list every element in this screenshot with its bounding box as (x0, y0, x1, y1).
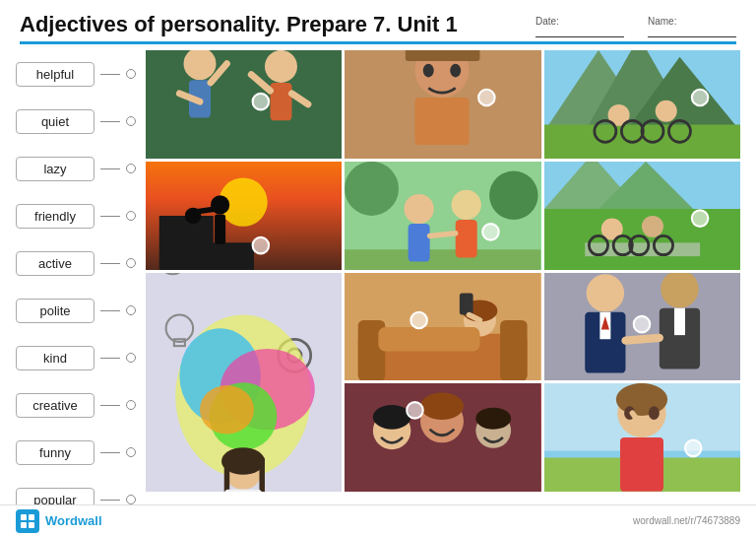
svg-rect-75 (224, 489, 262, 492)
connector-creative (100, 405, 120, 406)
svg-point-53 (642, 216, 663, 237)
svg-rect-85 (460, 293, 473, 314)
word-box-polite[interactable]: polite (16, 299, 94, 323)
svg-rect-6 (270, 83, 291, 120)
svg-rect-112 (620, 437, 663, 492)
wordwall-text: Wordwall (45, 513, 102, 528)
svg-point-5 (265, 50, 297, 83)
word-row-helpful: helpful (16, 52, 136, 96)
connector-kind (100, 358, 120, 359)
dot-lazy[interactable] (126, 164, 136, 173)
svg-point-114 (649, 407, 660, 421)
dot-creative[interactable] (126, 400, 136, 410)
dot-quiet[interactable] (126, 116, 136, 126)
svg-rect-13 (415, 98, 470, 145)
svg-point-39 (489, 170, 537, 219)
footer: Wordwall wordwall.net/r/74673889 (0, 504, 756, 536)
image-cell-4[interactable] (146, 162, 342, 270)
svg-line-45 (430, 233, 456, 235)
svg-point-89 (586, 274, 623, 311)
name-line (648, 28, 736, 37)
wordwall-brand: Wordwall (16, 509, 102, 533)
svg-rect-84 (379, 326, 480, 351)
word-row-funny: funny (16, 431, 136, 474)
svg-rect-33 (215, 214, 225, 243)
svg-point-15 (451, 64, 462, 78)
image-cell-9[interactable] (544, 273, 740, 381)
word-box-active[interactable]: active (16, 251, 94, 276)
svg-rect-95 (674, 307, 685, 334)
date-line (536, 28, 624, 37)
dot-popular[interactable] (126, 495, 136, 504)
word-box-friendly[interactable]: friendly (16, 204, 94, 229)
svg-point-46 (483, 224, 499, 239)
date-field: Date: (536, 16, 624, 37)
svg-point-9 (253, 94, 269, 109)
dot-kind[interactable] (126, 353, 136, 363)
footer-url: wordwall.net/r/74673889 (633, 515, 740, 526)
svg-line-35 (197, 209, 216, 212)
name-label: Name: (648, 16, 736, 27)
logo-sq-1 (21, 514, 27, 520)
image-cell-1[interactable] (146, 50, 342, 159)
dot-active[interactable] (126, 258, 136, 268)
image-cell-3[interactable] (544, 50, 740, 159)
image-cell-8[interactable] (345, 273, 540, 381)
svg-point-41 (405, 194, 434, 224)
logo-sq-2 (29, 514, 34, 520)
svg-point-23 (655, 100, 676, 122)
wordwall-logo-icon (16, 509, 39, 533)
svg-point-105 (476, 408, 512, 430)
svg-point-111 (616, 383, 667, 416)
words-column: helpful quiet lazy friendly active polit… (16, 50, 136, 521)
word-row-polite: polite (16, 289, 136, 332)
dot-polite[interactable] (126, 305, 136, 315)
svg-point-16 (478, 90, 494, 105)
word-row-kind: kind (16, 336, 136, 379)
svg-rect-42 (409, 224, 430, 261)
image-cell-6[interactable] (544, 162, 740, 270)
svg-line-96 (625, 337, 659, 340)
dot-friendly[interactable] (126, 211, 136, 221)
dot-helpful[interactable] (126, 69, 136, 79)
svg-point-14 (423, 64, 434, 78)
word-row-friendly: friendly (16, 194, 136, 237)
svg-point-97 (633, 315, 649, 331)
image-cell-7-large[interactable] (146, 273, 342, 493)
svg-point-70 (200, 384, 254, 433)
svg-point-103 (373, 405, 410, 430)
logo-sq-4 (29, 522, 34, 528)
image-cell-10[interactable] (345, 383, 540, 492)
word-box-helpful[interactable]: helpful (16, 62, 94, 87)
connector-popular (100, 500, 120, 501)
word-box-lazy[interactable]: lazy (16, 157, 94, 181)
image-cell-5[interactable] (345, 162, 540, 270)
word-box-funny[interactable]: funny (16, 440, 94, 465)
svg-point-106 (408, 402, 423, 418)
svg-point-28 (691, 90, 707, 105)
word-box-kind[interactable]: kind (16, 346, 94, 370)
image-cell-2[interactable] (345, 50, 540, 159)
word-box-creative[interactable]: creative (16, 393, 94, 418)
svg-rect-12 (406, 50, 480, 61)
svg-point-36 (253, 237, 269, 253)
connector-polite (100, 310, 120, 311)
image-cell-11[interactable] (544, 383, 740, 492)
logo-grid (18, 511, 37, 531)
word-box-quiet[interactable]: quiet (16, 109, 94, 134)
svg-rect-81 (500, 320, 527, 381)
main-content: helpful quiet lazy friendly active polit… (0, 50, 756, 521)
header-fields: Date: Name: (536, 16, 736, 37)
word-row-active: active (16, 241, 136, 285)
svg-point-38 (345, 162, 399, 216)
connector-active (100, 263, 120, 264)
connector-friendly (100, 216, 120, 217)
svg-rect-40 (345, 249, 540, 270)
dot-funny[interactable] (126, 447, 136, 457)
name-field: Name: (648, 16, 736, 37)
svg-rect-73 (224, 456, 229, 492)
svg-point-43 (452, 190, 481, 220)
date-label: Date: (536, 16, 624, 27)
connector-lazy (100, 168, 120, 169)
svg-point-116 (685, 440, 701, 456)
